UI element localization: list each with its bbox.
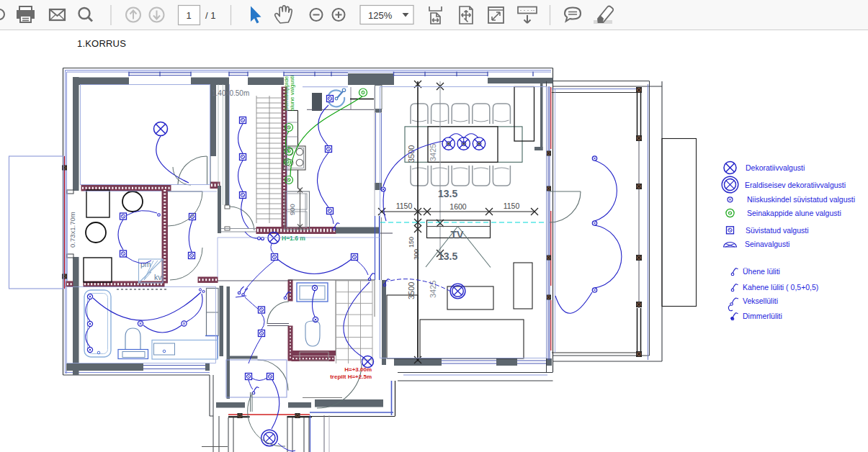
svg-text:H=1.6 m: H=1.6 m bbox=[282, 235, 305, 242]
svg-text:900: 900 bbox=[288, 204, 296, 215]
svg-text:3425: 3425 bbox=[429, 144, 437, 161]
svg-text:1150: 1150 bbox=[504, 202, 520, 210]
svg-text:Seinakappide alune valgusti: Seinakappide alune valgusti bbox=[747, 209, 841, 217]
svg-text:/ 1: / 1 bbox=[205, 10, 215, 21]
svg-text:alune valgusti: alune valgusti bbox=[289, 76, 295, 111]
svg-text:kv: kv bbox=[154, 273, 162, 281]
svg-text:300: 300 bbox=[413, 249, 420, 260]
svg-text:13.5: 13.5 bbox=[438, 188, 457, 199]
svg-text:Veksellüliti: Veksellüliti bbox=[743, 297, 778, 305]
svg-text:Dekoratiivvalgusti: Dekoratiivvalgusti bbox=[746, 163, 805, 172]
svg-text:1150: 1150 bbox=[396, 202, 413, 210]
svg-text:125%: 125% bbox=[368, 10, 393, 21]
svg-text:1.40x0.50m: 1.40x0.50m bbox=[212, 89, 249, 97]
svg-text:Seinavalgusti: Seinavalgusti bbox=[745, 240, 789, 248]
svg-text:150: 150 bbox=[408, 237, 415, 248]
svg-text:Süvistatud valgusti: Süvistatud valgusti bbox=[746, 226, 809, 235]
svg-text:13.5: 13.5 bbox=[438, 250, 457, 262]
svg-text:H=+3.00m: H=+3.00m bbox=[344, 366, 372, 373]
svg-text:Niiskuskindel süvistatud valgu: Niiskuskindel süvistatud valgusti bbox=[747, 195, 855, 204]
svg-text:pm: pm bbox=[140, 260, 151, 268]
svg-text:Kahene lüliti ( 0,5+0,5): Kahene lüliti ( 0,5+0,5) bbox=[743, 283, 818, 291]
svg-text:1600: 1600 bbox=[449, 202, 467, 211]
svg-text:1: 1 bbox=[186, 10, 191, 21]
svg-text:Eraldiseisev dekoratiivvalgust: Eraldiseisev dekoratiivvalgusti bbox=[745, 181, 846, 189]
svg-text:0.73x1.70m: 0.73x1.70m bbox=[68, 212, 76, 248]
svg-text:Dimmerlüliti: Dimmerlüliti bbox=[743, 312, 782, 320]
svg-text:Ühene lüliti: Ühene lüliti bbox=[743, 267, 780, 276]
svg-text:TV: TV bbox=[451, 229, 465, 240]
svg-text:3500: 3500 bbox=[407, 282, 416, 299]
svg-text:trepilt H=+2.5m: trepilt H=+2.5m bbox=[330, 374, 372, 380]
